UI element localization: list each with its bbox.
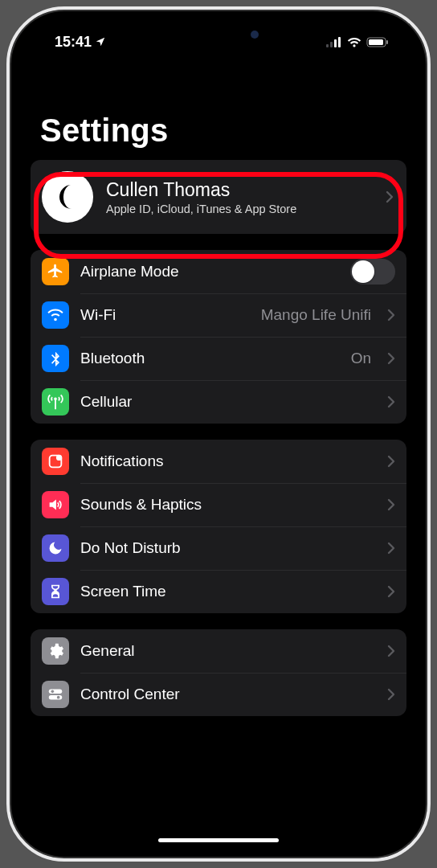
chevron-right-icon bbox=[387, 585, 395, 598]
settings-group: NotificationsSounds & HapticsDo Not Dist… bbox=[31, 440, 406, 613]
home-indicator[interactable] bbox=[158, 838, 279, 842]
row-label: Notifications bbox=[80, 452, 371, 470]
battery-icon bbox=[366, 37, 389, 47]
content: Settings Cullen Thomas Apple ID, iCloud,… bbox=[19, 64, 418, 849]
chevron-right-icon bbox=[387, 645, 395, 657]
avatar bbox=[42, 171, 93, 223]
chevron-right-icon bbox=[387, 498, 395, 511]
apple-id-name: Cullen Thomas bbox=[106, 179, 368, 201]
settings-row-bluetooth[interactable]: BluetoothOn bbox=[31, 337, 406, 380]
svg-rect-0 bbox=[326, 44, 329, 47]
settings-row-screen-time[interactable]: Screen Time bbox=[31, 570, 406, 613]
apple-id-subtitle: Apple ID, iCloud, iTunes & App Store bbox=[106, 203, 368, 215]
status-time: 15:41 bbox=[55, 34, 92, 51]
location-icon bbox=[95, 36, 106, 47]
notch bbox=[130, 19, 307, 47]
toggle-switch[interactable] bbox=[350, 259, 395, 285]
svg-rect-6 bbox=[386, 40, 388, 44]
settings-group: Airplane ModeWi-FiMango Life UnifiBlueto… bbox=[31, 250, 406, 424]
chevron-right-icon bbox=[387, 455, 395, 468]
settings-row-notifications[interactable]: Notifications bbox=[31, 440, 406, 483]
svg-rect-10 bbox=[49, 695, 63, 700]
screen: 15:41 bbox=[19, 19, 418, 849]
row-value: Mango Life Unifi bbox=[261, 306, 371, 324]
settings-row-sounds-haptics[interactable]: Sounds & Haptics bbox=[31, 483, 406, 526]
chevron-right-icon bbox=[386, 190, 394, 203]
cellular-icon bbox=[42, 388, 69, 416]
apple-id-row[interactable]: Cullen Thomas Apple ID, iCloud, iTunes &… bbox=[31, 160, 406, 234]
chevron-right-icon bbox=[387, 542, 395, 555]
svg-point-12 bbox=[57, 696, 60, 699]
bluetooth-icon bbox=[42, 345, 69, 372]
row-label: Control Center bbox=[80, 686, 371, 703]
settings-row-control-center[interactable]: Control Center bbox=[31, 673, 406, 716]
row-label: General bbox=[80, 642, 371, 660]
chevron-right-icon bbox=[387, 309, 395, 321]
airplane-icon bbox=[42, 258, 69, 285]
svg-rect-5 bbox=[369, 39, 383, 45]
row-label: Airplane Mode bbox=[80, 263, 339, 280]
cell-signal-icon bbox=[326, 37, 342, 47]
settings-row-airplane-mode[interactable]: Airplane Mode bbox=[31, 250, 406, 293]
dnd-icon bbox=[42, 534, 69, 562]
row-label: Bluetooth bbox=[80, 350, 340, 367]
svg-point-11 bbox=[51, 690, 55, 694]
sounds-icon bbox=[42, 491, 69, 518]
settings-row-cellular[interactable]: Cellular bbox=[31, 380, 406, 424]
row-label: Screen Time bbox=[80, 583, 371, 600]
wifi-icon bbox=[42, 301, 69, 329]
svg-rect-1 bbox=[330, 42, 333, 47]
row-label: Cellular bbox=[80, 393, 371, 411]
row-label: Sounds & Haptics bbox=[80, 496, 371, 514]
chevron-right-icon bbox=[387, 688, 395, 701]
settings-group: GeneralControl Center bbox=[31, 629, 406, 716]
row-label: Wi-Fi bbox=[80, 306, 250, 324]
svg-rect-2 bbox=[334, 39, 337, 47]
screentime-icon bbox=[42, 578, 69, 605]
page-title: Settings bbox=[40, 113, 418, 149]
row-value: On bbox=[351, 350, 371, 367]
svg-rect-9 bbox=[49, 690, 63, 694]
settings-row-do-not-disturb[interactable]: Do Not Disturb bbox=[31, 526, 406, 570]
controlcenter-icon bbox=[42, 681, 69, 708]
settings-row-general[interactable]: General bbox=[31, 629, 406, 673]
chevron-right-icon bbox=[387, 352, 395, 365]
svg-rect-3 bbox=[338, 37, 341, 47]
row-label: Do Not Disturb bbox=[80, 539, 371, 557]
general-icon bbox=[42, 637, 69, 665]
wifi-icon bbox=[347, 37, 361, 47]
chevron-right-icon bbox=[387, 395, 395, 408]
apple-id-group: Cullen Thomas Apple ID, iCloud, iTunes &… bbox=[31, 160, 406, 234]
notifications-icon bbox=[42, 448, 69, 475]
device-frame: 15:41 bbox=[6, 6, 431, 862]
svg-point-8 bbox=[56, 455, 62, 461]
settings-row-wi-fi[interactable]: Wi-FiMango Life Unifi bbox=[31, 293, 406, 337]
